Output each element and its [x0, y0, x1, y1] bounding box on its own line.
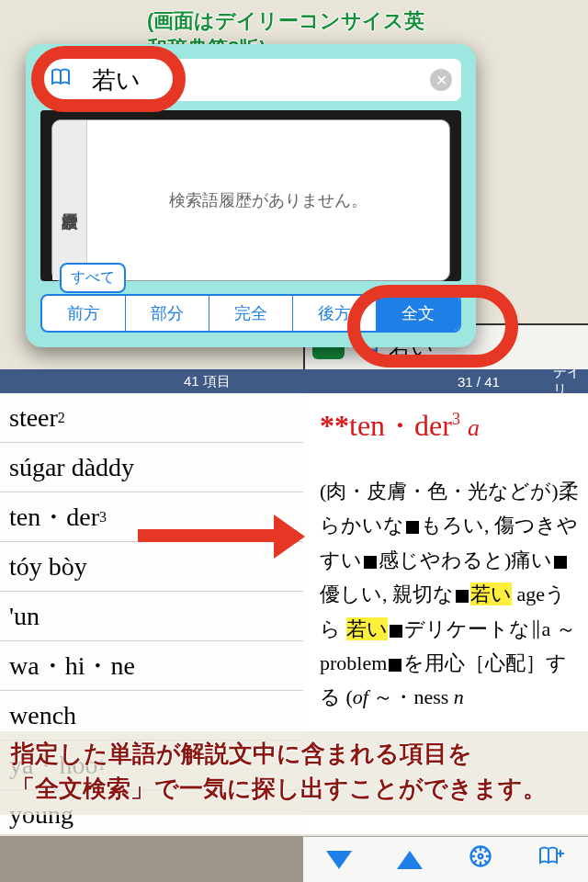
annotation-circle-fulltext: [347, 285, 518, 368]
annotation-circle-search: [31, 46, 186, 112]
history-tab-label[interactable]: 検索語履歴: [52, 120, 87, 280]
history-area: 検索語履歴 検索語履歴がありません。 すべて: [40, 110, 461, 281]
match-tab-前方[interactable]: 前方: [42, 296, 126, 331]
history-popover: 検索語履歴 検索語履歴がありません。 すべて: [51, 119, 450, 281]
result-count-bar: 41 項目 31 / 41 デイリ: [0, 369, 588, 393]
caption-overlay: 指定した単語が解説文中に含まれる項目を 「全文検索」で一気に探し出すことができま…: [0, 731, 588, 815]
search-overlay: 若い ✕ 検索語履歴 検索語履歴がありません。 すべて 前方部分完全後方全文: [26, 44, 476, 347]
list-item[interactable]: steer2: [0, 393, 303, 443]
triangle-up-icon[interactable]: [397, 851, 423, 869]
match-tab-完全[interactable]: 完全: [209, 296, 293, 331]
bookmark-add-icon[interactable]: [538, 844, 566, 875]
result-index: 31 / 41: [458, 374, 500, 390]
list-item[interactable]: súgar dàddy: [0, 443, 303, 492]
entry-body: (肉・皮膚・色・光などが)柔らかいなもろい, 傷つきやすい感じやわると)痛い優し…: [320, 474, 579, 715]
history-empty-message: 検索語履歴がありません。: [87, 120, 449, 280]
wheel-icon[interactable]: [468, 843, 493, 876]
result-count: 41 項目: [184, 373, 231, 390]
annotation-arrow: [138, 520, 312, 551]
match-tab-部分[interactable]: 部分: [126, 296, 209, 331]
bottom-toolbar: [303, 836, 588, 882]
list-item[interactable]: wa・hi・ne: [0, 641, 303, 691]
caption-line-1: 指定した単語が解説文中に含まれる項目を: [11, 737, 579, 772]
entry-headword: **ten・der3 a: [320, 406, 579, 447]
svg-point-1: [478, 854, 482, 859]
search-bar[interactable]: 若い ✕: [40, 59, 461, 101]
list-item[interactable]: 'un: [0, 592, 303, 641]
caption-line-2: 「全文検索」で一気に探し出すことができます。: [11, 772, 579, 807]
triangle-down-icon[interactable]: [326, 851, 352, 869]
clear-icon[interactable]: ✕: [430, 69, 452, 91]
all-button[interactable]: すべて: [60, 263, 126, 293]
